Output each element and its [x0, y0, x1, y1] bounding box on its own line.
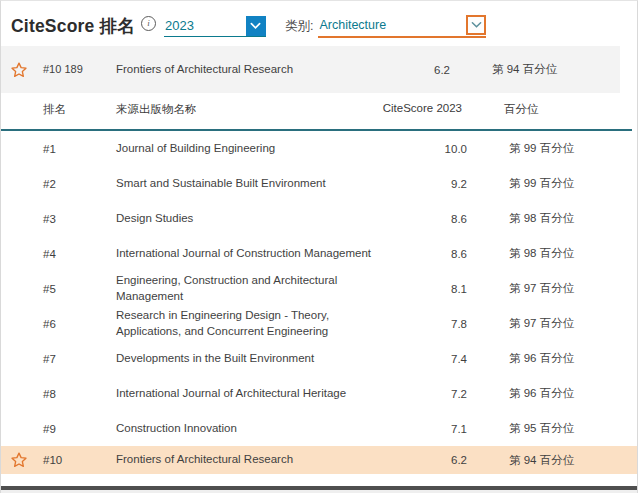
- row-citescore: 7.4: [387, 353, 467, 365]
- summary-percentile: 第 94 百分位: [450, 62, 620, 77]
- favorite-star-icon[interactable]: [10, 451, 28, 469]
- info-icon[interactable]: i: [141, 16, 156, 31]
- row-percentile: 第 98 百分位: [467, 211, 637, 226]
- row-rank: #4: [37, 248, 110, 260]
- row-source-title: Smart and Sustainable Built Environment: [110, 176, 387, 192]
- table-row: #7 Developments in the Built Environment…: [1, 341, 637, 376]
- table-row: #5 Engineering, Construction and Archite…: [1, 271, 637, 306]
- row-rank: #5: [37, 283, 110, 295]
- row-percentile: 第 97 百分位: [467, 281, 637, 296]
- row-citescore: 8.6: [387, 248, 467, 260]
- table-row: #9 Construction Innovation 7.1 第 95 百分位: [1, 411, 637, 446]
- chevron-down-icon[interactable]: [246, 16, 266, 36]
- row-citescore: 7.2: [387, 388, 467, 400]
- summary-row: #10 189 Frontiers of Architectural Resea…: [1, 46, 620, 93]
- year-select-value: 2023: [164, 18, 194, 33]
- column-header-source: 来源出版物名称: [110, 102, 382, 118]
- chevron-down-icon[interactable]: [466, 15, 486, 35]
- row-percentile: 第 96 百分位: [467, 386, 637, 401]
- row-source-title: Journal of Building Engineering: [110, 141, 387, 157]
- row-citescore: 6.2: [387, 454, 467, 466]
- row-source-title: Engineering, Construction and Architectu…: [110, 273, 387, 304]
- row-percentile: 第 99 百分位: [467, 176, 637, 191]
- table-row: #4 International Journal of Construction…: [1, 236, 637, 271]
- row-percentile: 第 99 百分位: [467, 141, 637, 156]
- row-source-title: Research in Engineering Design - Theory,…: [110, 308, 387, 339]
- row-citescore: 10.0: [387, 143, 467, 155]
- table-body: #1 Journal of Building Engineering 10.0 …: [1, 131, 637, 474]
- summary-source-title: Frontiers of Architectural Research: [110, 62, 370, 78]
- category-label: 类别:: [285, 18, 313, 35]
- summary-rank-fraction: #10 189: [43, 63, 83, 77]
- row-citescore: 7.8: [387, 318, 467, 330]
- row-rank: #3: [37, 213, 110, 225]
- page-title: CiteScore 排名: [11, 14, 135, 38]
- summary-rank: #10: [43, 63, 61, 75]
- row-rank: #7: [37, 353, 110, 365]
- table-row: #1 Journal of Building Engineering 10.0 …: [1, 131, 637, 166]
- column-header-percentile: 百分位: [462, 102, 632, 117]
- row-rank: #8: [37, 388, 110, 400]
- table-row: #6 Research in Engineering Design - Theo…: [1, 306, 637, 341]
- row-percentile: 第 94 百分位: [467, 453, 637, 468]
- row-citescore: 7.1: [387, 423, 467, 435]
- citescore-rank-panel: CiteScore 排名 i 2023 类别: Architecture #10: [0, 0, 638, 493]
- summary-rank-total: 189: [64, 63, 82, 75]
- column-header-citescore: CiteScore 2023: [382, 102, 462, 114]
- year-select[interactable]: 2023: [164, 15, 266, 37]
- row-percentile: 第 98 百分位: [467, 246, 637, 261]
- row-source-title: Frontiers of Architectural Research: [110, 452, 387, 468]
- table-row: #10 Frontiers of Architectural Research …: [1, 446, 637, 474]
- row-rank: #9: [37, 423, 110, 435]
- topbar: CiteScore 排名 i 2023 类别: Architecture: [1, 1, 637, 46]
- row-source-title: International Journal of Construction Ma…: [110, 246, 387, 262]
- row-source-title: Developments in the Built Environment: [110, 351, 387, 367]
- row-rank: #1: [37, 143, 110, 155]
- row-citescore: 9.2: [387, 178, 467, 190]
- row-percentile: 第 95 百分位: [467, 421, 637, 436]
- category-select[interactable]: Architecture: [318, 15, 486, 38]
- table-row: #2 Smart and Sustainable Built Environme…: [1, 166, 637, 201]
- row-percentile: 第 97 百分位: [467, 316, 637, 331]
- table-header: 排名 来源出版物名称 CiteScore 2023 百分位: [1, 96, 632, 131]
- category-select-value: Architecture: [318, 18, 386, 32]
- summary-citescore: 6.2: [370, 64, 450, 76]
- table-row: #3 Design Studies 8.6 第 98 百分位: [1, 201, 637, 236]
- table-row: #8 International Journal of Architectura…: [1, 376, 637, 411]
- row-rank: #2: [37, 178, 110, 190]
- row-source-title: International Journal of Architectural H…: [110, 386, 387, 402]
- row-percentile: 第 96 百分位: [467, 351, 637, 366]
- favorite-star-icon[interactable]: [10, 61, 28, 79]
- row-rank: #6: [37, 318, 110, 330]
- row-rank: #10: [37, 454, 110, 466]
- row-source-title: Construction Innovation: [110, 421, 387, 437]
- row-citescore: 8.1: [387, 283, 467, 295]
- column-header-rank: 排名: [37, 102, 110, 117]
- row-citescore: 8.6: [387, 213, 467, 225]
- row-source-title: Design Studies: [110, 211, 387, 227]
